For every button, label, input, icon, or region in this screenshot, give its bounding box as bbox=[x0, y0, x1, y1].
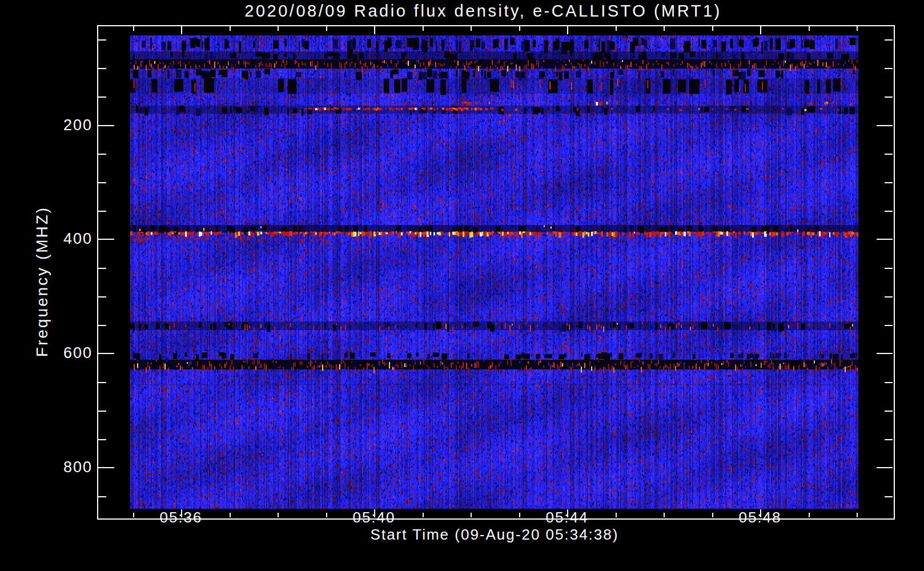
tick-mark bbox=[885, 154, 893, 155]
tick-mark bbox=[885, 211, 893, 212]
x-tick-label: 05:48 bbox=[720, 509, 800, 526]
tick-mark bbox=[374, 26, 375, 34]
page-title: 2020/08/09 Radio flux density, e-CALLIST… bbox=[244, 2, 721, 21]
tick-mark bbox=[809, 26, 810, 31]
tick-mark bbox=[885, 68, 893, 69]
tick-mark bbox=[98, 496, 106, 497]
tick-mark bbox=[423, 513, 424, 517]
tick-mark bbox=[885, 496, 893, 497]
tick-mark bbox=[885, 382, 893, 383]
tick-mark bbox=[885, 411, 893, 412]
tick-mark bbox=[885, 296, 893, 297]
tick-mark bbox=[616, 26, 617, 31]
tick-mark bbox=[230, 513, 231, 517]
tick-mark bbox=[326, 26, 327, 31]
tick-mark bbox=[326, 513, 327, 517]
tick-mark bbox=[519, 26, 520, 31]
tick-mark bbox=[181, 26, 182, 34]
tick-mark bbox=[664, 26, 665, 31]
tick-mark bbox=[809, 513, 810, 517]
tick-mark bbox=[877, 125, 893, 126]
tick-mark bbox=[98, 296, 106, 297]
tick-mark bbox=[98, 467, 114, 468]
tick-mark bbox=[877, 239, 893, 240]
tick-mark bbox=[885, 96, 893, 98]
tick-mark bbox=[664, 513, 665, 517]
tick-mark bbox=[567, 26, 568, 34]
tick-mark bbox=[98, 411, 106, 412]
x-tick-label: 05:36 bbox=[141, 509, 221, 526]
tick-mark bbox=[712, 26, 713, 31]
tick-mark bbox=[98, 182, 106, 183]
y-axis-title: Frequency (MHZ) bbox=[33, 206, 51, 357]
tick-mark bbox=[133, 26, 134, 31]
x-axis-title: Start Time (09-Aug-20 05:34:38) bbox=[371, 526, 619, 544]
tick-mark bbox=[98, 125, 114, 126]
tick-mark bbox=[98, 268, 106, 269]
tick-mark bbox=[857, 513, 858, 517]
tick-mark bbox=[98, 96, 106, 98]
tick-mark bbox=[712, 513, 713, 517]
y-tick-label: 200 bbox=[33, 116, 93, 134]
tick-mark bbox=[885, 268, 893, 269]
tick-mark bbox=[98, 39, 106, 41]
tick-mark bbox=[877, 467, 893, 468]
tick-mark bbox=[98, 353, 114, 354]
tick-mark bbox=[885, 325, 893, 326]
y-tick-label: 800 bbox=[33, 459, 93, 476]
spectrogram-page: 2020/08/09 Radio flux density, e-CALLIST… bbox=[0, 0, 924, 571]
tick-mark bbox=[98, 439, 106, 440]
tick-mark bbox=[885, 182, 893, 183]
tick-mark bbox=[98, 154, 106, 155]
tick-mark bbox=[877, 353, 893, 354]
tick-mark bbox=[133, 513, 134, 517]
tick-mark bbox=[98, 239, 114, 240]
tick-mark bbox=[98, 325, 106, 326]
tick-mark bbox=[519, 513, 520, 517]
tick-mark bbox=[616, 513, 617, 517]
tick-mark bbox=[98, 211, 106, 212]
tick-mark bbox=[885, 439, 893, 440]
tick-mark bbox=[98, 382, 106, 383]
tick-mark bbox=[230, 26, 231, 31]
x-tick-label: 05:44 bbox=[527, 509, 607, 526]
tick-mark bbox=[278, 513, 279, 517]
tick-mark bbox=[471, 513, 472, 517]
tick-mark bbox=[885, 39, 893, 41]
tick-mark bbox=[423, 26, 424, 31]
x-tick-label: 05:40 bbox=[334, 509, 414, 526]
tick-mark bbox=[760, 26, 761, 34]
spectrogram-canvas bbox=[130, 35, 858, 509]
tick-mark bbox=[278, 26, 279, 31]
tick-mark bbox=[471, 26, 472, 31]
tick-mark bbox=[857, 26, 858, 31]
tick-mark bbox=[98, 68, 106, 69]
